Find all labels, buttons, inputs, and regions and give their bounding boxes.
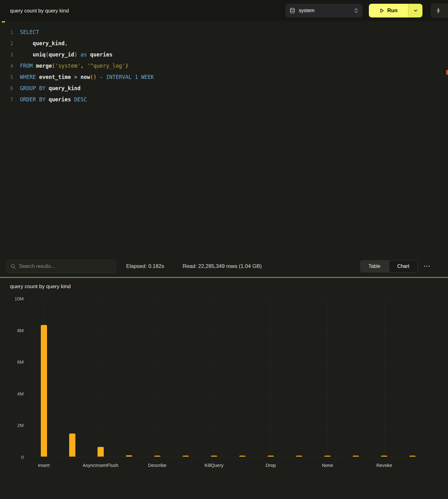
code-token: queries [90, 51, 112, 58]
bar-Describe [154, 456, 160, 457]
code-token: ) [93, 74, 97, 80]
x-tick-label: KillQuery [205, 463, 224, 468]
y-tick-label: 0 [21, 454, 24, 460]
code-token [138, 74, 141, 80]
gridline-horizontal [30, 298, 427, 299]
gridline-vertical [271, 298, 271, 457]
code-token: ORDER BY [20, 96, 45, 103]
code-token: ( [52, 63, 55, 69]
code-token: - [100, 74, 103, 80]
search-box[interactable] [6, 260, 116, 273]
y-axis: 10M8M6M4M2M0 [0, 298, 25, 457]
code-line: 5WHERE event_time > now() - INTERVAL 1 W… [0, 71, 448, 83]
code-token: merge [36, 63, 52, 69]
code-line: 3 uniq(query_id) as queries [0, 49, 448, 60]
code-token: query_kind [49, 85, 80, 91]
code-token: INTERVAL [106, 74, 132, 80]
x-tick-label: None [322, 463, 333, 468]
x-tick-label: Insert [38, 463, 50, 468]
code-token: event_time [39, 74, 71, 80]
elapsed-stat: Elapsed: 0.182s [126, 256, 164, 277]
code-token: 'system' [55, 63, 81, 69]
plot-area [30, 298, 427, 457]
search-icon [11, 264, 16, 269]
run-options-button[interactable] [408, 4, 422, 17]
code-token: ( [45, 51, 49, 58]
gridline-horizontal [30, 425, 427, 425]
database-value: system [299, 8, 350, 13]
bar-Insert [41, 325, 47, 457]
sql-editor[interactable]: 1SELECT2 query_kind,3 uniq(query_id) as … [0, 21, 448, 256]
gridline-horizontal [30, 362, 427, 362]
line-number: 3 [0, 49, 13, 61]
line-number: 4 [0, 61, 13, 72]
bar-KillQuery [211, 456, 217, 457]
line-number: 2 [0, 38, 13, 49]
code-token [20, 51, 33, 58]
code-line: 6GROUP BY query_kind [0, 83, 448, 94]
gridline-vertical [157, 298, 158, 457]
bar-item-5 [183, 456, 189, 457]
line-number: 5 [0, 72, 13, 83]
run-button[interactable]: Run [369, 4, 422, 17]
code-token [45, 96, 49, 103]
search-input[interactable] [19, 264, 112, 269]
code-lines: 1SELECT2 query_kind,3 uniq(query_id) as … [0, 27, 448, 105]
bar-Revoke [381, 456, 387, 457]
more-menu-button[interactable]: ··· [422, 256, 432, 277]
code-token [45, 85, 49, 91]
database-selector[interactable]: system [285, 4, 363, 17]
code-token [77, 51, 80, 58]
results-toolbar: Elapsed: 0.182s Read: 22,285,349 rows (1… [0, 256, 448, 277]
code-token: '^query_log' [87, 63, 125, 69]
line-number: 1 [0, 27, 13, 38]
scrollbar-annotation [446, 70, 448, 75]
chart-title: query count by query kind [10, 283, 71, 290]
line-number: 6 [0, 83, 13, 94]
code-token [71, 96, 74, 103]
code-token: WHERE [20, 74, 36, 80]
code-token: query_id [49, 51, 74, 58]
code-token: query_kind [33, 40, 64, 46]
run-label: Run [387, 7, 398, 14]
code-token [71, 74, 74, 80]
y-tick-label: 8M [17, 327, 24, 333]
code-token: now [81, 74, 90, 80]
bar-item-1 [69, 434, 75, 457]
code-token: > [74, 74, 77, 80]
chevron-down-icon [413, 8, 418, 13]
tab-chart[interactable]: Chart [389, 260, 418, 273]
chevron-up-down-icon [354, 8, 358, 13]
code-token [87, 51, 90, 58]
database-icon [290, 8, 295, 13]
x-axis: InsertAsyncInsertFlushDescribeKillQueryD… [30, 463, 427, 471]
code-token [131, 74, 135, 80]
tab-table[interactable]: Table [360, 260, 389, 273]
code-token [20, 40, 33, 46]
code-token [97, 74, 100, 80]
code-token: GROUP BY [20, 85, 45, 91]
x-tick-label: Drop [266, 463, 276, 468]
bolt-icon [436, 8, 441, 13]
side-action-button[interactable] [431, 4, 448, 17]
code-line: 4FROM merge('system', '^query_log') [0, 60, 448, 71]
bar-None [324, 456, 331, 457]
chart-panel: query count by query kind 10M8M6M4M2M0 I… [0, 278, 448, 499]
code-token: SELECT [20, 29, 39, 35]
gridline-vertical [327, 298, 328, 457]
line-number: 7 [0, 94, 13, 105]
code-line: 1SELECT [0, 27, 448, 38]
code-line: 7ORDER BY queries DESC [0, 94, 448, 105]
code-token [77, 74, 80, 80]
code-token: queries [49, 96, 71, 103]
y-tick-label: 4M [17, 391, 24, 396]
bar-item-13 [409, 456, 416, 457]
x-tick-label: Revoke [376, 463, 392, 468]
run-main-button[interactable]: Run [369, 4, 408, 17]
editor-cursor-mark [2, 21, 5, 22]
bar-item-7 [239, 456, 245, 457]
code-token: WEEK [141, 74, 154, 80]
y-tick-label: 10M [15, 296, 24, 301]
read-stat: Read: 22,285,349 rows (1.04 GB) [183, 256, 262, 277]
bar-item-11 [353, 456, 359, 457]
